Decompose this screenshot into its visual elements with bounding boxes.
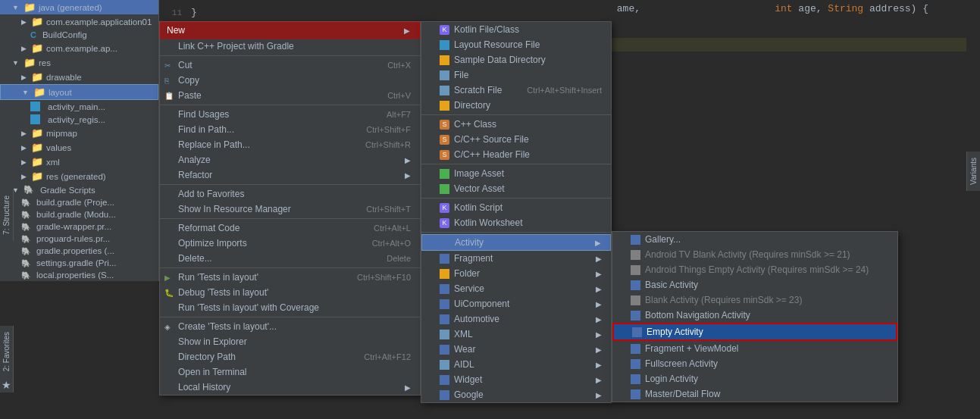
ctx-item-new[interactable]: New ▶ (160, 22, 420, 39)
sidebar-item-activity-regis[interactable]: activity_regis... (0, 113, 158, 126)
ctx-item-refactor[interactable]: Refactor ▶ (160, 167, 420, 183)
ctx-item-widget[interactable]: Widget ▶ (421, 372, 611, 387)
ctx-item-login[interactable]: Login Activity (612, 371, 897, 386)
folder-icon: 📁 (31, 127, 43, 139)
uicomponent-arrow: ▶ (596, 300, 602, 308)
sidebar-item-res[interactable]: ▼ 📁 res (0, 55, 158, 70)
ctx-item-cpp-class[interactable]: S C++ Class (421, 117, 611, 132)
sidebar-item-buildconfig[interactable]: C BuildConfig (0, 29, 158, 41)
ctx-item-scratch-file[interactable]: Scratch File Ctrl+Alt+Shift+Insert (421, 83, 611, 98)
sidebar-item-com-example[interactable]: ▶ 📁 com.example.application01 (0, 14, 158, 29)
ctx-item-fragment-viewmodel[interactable]: Fragment + ViewModel (612, 341, 897, 356)
ctx-item-create-tests[interactable]: ◈ Create 'Tests in layout'... (160, 319, 420, 334)
ctx-item-open-terminal[interactable]: Open in Terminal (160, 364, 420, 380)
ctx-item-layout-resource[interactable]: Layout Resource File (421, 37, 611, 52)
ctx-item-file[interactable]: File (421, 67, 611, 83)
ctx-item-reformat[interactable]: Reformat Code Ctrl+Alt+L (160, 220, 420, 236)
sidebar-item-build-gradle-mod[interactable]: 🐘 build.gradle (Modu... (0, 208, 158, 220)
ctx-item-tv-blank[interactable]: Android TV Blank Activity (Requires minS… (612, 247, 897, 262)
ctx-item-run-coverage[interactable]: Run 'Tests in layout' with Coverage (160, 300, 420, 315)
ctx-item-service[interactable]: Service ▶ (421, 281, 611, 296)
structure-tab[interactable]: 7: Structure (0, 189, 13, 241)
sidebar-item-drawable[interactable]: ▶ 📁 drawable (0, 70, 158, 84)
ctx-item-sample-data[interactable]: Sample Data Directory (421, 52, 611, 67)
ctx-item-aidl[interactable]: AIDL ▶ (421, 357, 611, 372)
sidebar-item-activity-main[interactable]: activity_main... (0, 100, 158, 113)
ctx-item-vector-asset[interactable]: Vector Asset (421, 181, 611, 196)
sidebar-item-local-props[interactable]: 🐘 local.properties (S... (0, 269, 158, 281)
ctx-item-find-usages[interactable]: Find Usages Alt+F7 (160, 107, 420, 122)
open-terminal-label: Open in Terminal (178, 367, 247, 377)
separator (421, 164, 611, 164)
ctx-item-cpp-source[interactable]: S C/C++ Source File (421, 132, 611, 147)
optimize-label: Optimize Imports (178, 238, 247, 249)
sidebar-item-com-example-2[interactable]: ▶ 📁 com.example.ap... (0, 41, 158, 55)
ctx-item-basic-activity[interactable]: Basic Activity (612, 277, 897, 292)
ctx-item-cpp-header[interactable]: S C/C++ Header File (421, 147, 611, 162)
tv-blank-label: Android TV Blank Activity (Requires minS… (645, 249, 850, 260)
sidebar-item-xml[interactable]: ▶ 📁 xml (0, 155, 158, 169)
ctx-item-kotlin-worksheet[interactable]: K Kotlin Worksheet (421, 215, 611, 230)
ctx-item-uicomponent[interactable]: UiComponent ▶ (421, 296, 611, 311)
sidebar-item-proguard[interactable]: 🐘 proguard-rules.pr... (0, 233, 158, 245)
sidebar-item-res-generated[interactable]: ▶ 📁 res (generated) (0, 169, 158, 183)
ctx-item-find-path[interactable]: Find in Path... Ctrl+Shift+F (160, 122, 420, 137)
ctx-item-delete[interactable]: Delete... Delete (160, 251, 420, 266)
cpp-source-label: C/C++ Source File (454, 134, 529, 145)
run-tests-label: Run 'Tests in layout' (178, 272, 258, 283)
find-path-shortcut: Ctrl+Shift+F (366, 125, 411, 134)
activity-icon (440, 284, 449, 294)
ctx-item-gallery[interactable]: Gallery... (612, 232, 897, 247)
variants-tab[interactable]: Variants (967, 152, 980, 191)
kotlin-icon: K (440, 25, 449, 35)
ctx-item-directory[interactable]: Directory (421, 98, 611, 113)
sidebar-item-layout[interactable]: ▼ 📁 layout (0, 84, 158, 100)
ctx-item-image-asset[interactable]: Image Asset (421, 166, 611, 181)
ctx-item-activity[interactable]: Activity ▶ (421, 234, 611, 251)
optimize-shortcut: Ctrl+Alt+O (372, 239, 411, 248)
find-path-label: Find in Path... (178, 124, 234, 135)
ctx-item-fragment[interactable]: Fragment ▶ (421, 251, 611, 266)
ctx-item-link-cpp[interactable]: Link C++ Project with Gradle (160, 39, 420, 54)
ctx-item-master-detail[interactable]: Master/Detail Flow (612, 386, 897, 402)
sidebar-item-gradle-props[interactable]: 🐘 gradle.properties (... (0, 245, 158, 257)
sidebar-item-settings-gradle[interactable]: 🐘 settings.gradle (Pri... (0, 257, 158, 269)
ctx-item-blank-activity[interactable]: Blank Activity (Requires minSdk >= 23) (612, 292, 897, 308)
refactor-arrow: ▶ (405, 171, 411, 180)
ctx-item-fullscreen[interactable]: Fullscreen Activity (612, 356, 897, 371)
ctx-item-cut[interactable]: ✂ Cut Ctrl+X (160, 58, 420, 73)
ctx-item-dir-path[interactable]: Directory Path Ctrl+Alt+F12 (160, 349, 420, 364)
cpp-icon: S (440, 120, 449, 130)
ctx-item-kotlin-script[interactable]: K Kotlin Script (421, 200, 611, 215)
sidebar-item-gradle-wrapper[interactable]: 🐘 gradle-wrapper.pr... (0, 220, 158, 233)
ctx-item-show-explorer[interactable]: Show in Explorer (160, 334, 420, 349)
sidebar-item-mipmap[interactable]: ▶ 📁 mipmap (0, 126, 158, 140)
favorites-tab[interactable]: 2: Favorites (0, 326, 13, 377)
ctx-item-paste[interactable]: 📋 Paste Ctrl+V (160, 88, 420, 103)
ctx-item-google[interactable]: Google ▶ (421, 387, 611, 402)
ctx-item-folder[interactable]: Folder ▶ (421, 266, 611, 281)
activity-icon (440, 299, 449, 309)
ctx-item-bottom-nav[interactable]: Bottom Navigation Activity (612, 308, 897, 323)
ctx-item-show-resource[interactable]: Show In Resource Manager Ctrl+Shift+T (160, 202, 420, 217)
ctx-item-xml[interactable]: XML ▶ (421, 327, 611, 342)
ctx-item-kotlin-class[interactable]: K Kotlin File/Class (421, 22, 611, 37)
ctx-item-run-tests[interactable]: ▶ Run 'Tests in layout' Ctrl+Shift+F10 (160, 270, 420, 285)
ctx-item-wear[interactable]: Wear ▶ (421, 342, 611, 357)
ctx-item-debug-tests[interactable]: 🐛 Debug 'Tests in layout' (160, 285, 420, 300)
ctx-item-empty-activity[interactable]: Empty Activity (612, 323, 897, 341)
ctx-item-add-favorites[interactable]: Add to Favorites (160, 186, 420, 202)
ctx-item-android-things[interactable]: Android Things Empty Activity (Requires … (612, 262, 897, 277)
sidebar-item-java-generated[interactable]: ▼ 📁 java (generated) (0, 0, 158, 14)
ctx-item-replace-path[interactable]: Replace in Path... Ctrl+Shift+R (160, 137, 420, 152)
ctx-item-local-history[interactable]: Local History ▶ (160, 380, 420, 395)
ctx-item-optimize[interactable]: Optimize Imports Ctrl+Alt+O (160, 236, 420, 251)
ctx-item-automotive[interactable]: Automotive ▶ (421, 311, 611, 327)
ctx-item-analyze[interactable]: Analyze ▶ (160, 152, 420, 167)
folder-icon: 📁 (23, 57, 36, 68)
ctx-item-copy[interactable]: ⎘ Copy (160, 73, 420, 88)
sidebar-item-build-gradle-proj[interactable]: 🐘 build.gradle (Proje... (0, 196, 158, 208)
sidebar-item-gradle[interactable]: ▼ 🐘 Gradle Scripts (0, 183, 158, 196)
sidebar-item-values[interactable]: ▶ 📁 values (0, 140, 158, 155)
cpp-class-label: C++ Class (454, 119, 496, 130)
